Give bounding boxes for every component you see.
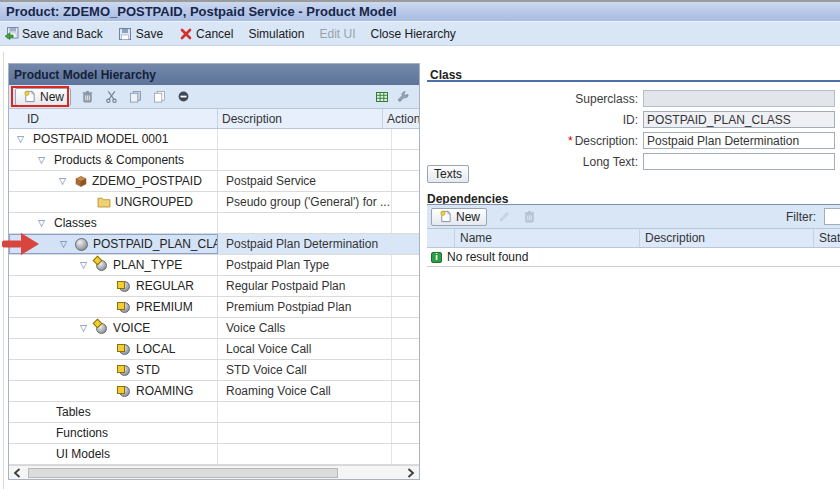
tree-row-products-components[interactable]: ▽Products & Components	[9, 150, 419, 171]
tree-node-label: LOCAL	[136, 342, 175, 356]
tree-row-tables[interactable]: Tables	[9, 402, 419, 423]
tree-node-description: Roaming Voice Call	[218, 381, 419, 401]
dependencies-new-button[interactable]: New	[431, 208, 487, 226]
long-text-field[interactable]	[643, 153, 835, 170]
tree-row-plan-type[interactable]: ▽PLAN_TYPEPostpaid Plan Type	[9, 255, 419, 276]
tree-node-label: STD	[136, 363, 160, 377]
tree-node-label: POSTPAID_PLAN_CLASS	[93, 237, 218, 251]
tree-row-classes[interactable]: ▽Classes	[9, 213, 419, 234]
tree-node-description: Postpaid Plan Determination	[218, 234, 419, 254]
block-icon[interactable]	[176, 89, 191, 104]
cancel-label: Cancel	[196, 27, 233, 41]
hierarchy-col-description: Description	[218, 109, 383, 128]
tree-row-std[interactable]: STDSTD Voice Call	[9, 360, 419, 381]
horizontal-scrollbar[interactable]	[9, 465, 419, 479]
dep-col-description: Description	[640, 229, 814, 247]
simulation-label: Simulation	[248, 27, 304, 41]
tree-row-roaming[interactable]: ROAMINGRoaming Voice Call	[9, 381, 419, 402]
product-cube-icon	[73, 174, 88, 188]
paste-icon[interactable]	[128, 89, 143, 104]
cut-scissors-icon[interactable]	[104, 89, 119, 104]
tree-node-label: Tables	[56, 405, 91, 419]
dependencies-empty-row: i No result found	[427, 248, 840, 267]
filter-input[interactable]	[824, 208, 840, 225]
tree-id-cell: STD	[9, 360, 218, 380]
tree-id-cell: Tables	[9, 402, 218, 422]
tree-row-functions[interactable]: Functions	[9, 423, 419, 444]
tree-id-cell: REGULAR	[9, 276, 218, 296]
save-icon	[118, 26, 133, 41]
tree-row-postpaid-plan-class[interactable]: ▽POSTPAID_PLAN_CLASSPostpaid Plan Determ…	[9, 234, 419, 255]
texts-button[interactable]: Texts	[427, 165, 469, 183]
scrollbar-thumb[interactable]	[28, 468, 338, 478]
info-icon: i	[431, 252, 442, 263]
scroll-left-icon[interactable]	[9, 466, 25, 480]
tree-node-label: Products & Components	[54, 153, 184, 167]
tree-row-zdemo-postpaid[interactable]: ▽ZDEMO_POSTPAIDPostpaid Service	[9, 171, 419, 192]
class-id-field[interactable]	[643, 111, 835, 128]
cancel-button[interactable]: Cancel	[178, 26, 233, 41]
empty-message: No result found	[447, 250, 528, 264]
expander-icon[interactable]: ▽	[38, 218, 52, 228]
delete-icon	[522, 209, 537, 224]
hierarchy-new-label: New	[40, 90, 64, 104]
tree-node-description	[218, 423, 419, 443]
tree-id-cell: ▽POSTPAID_PLAN_CLASS	[9, 234, 218, 254]
tree-id-cell: ▽PLAN_TYPE	[9, 255, 218, 275]
expander-icon[interactable]: ▽	[17, 134, 31, 144]
tree-node-description	[218, 213, 419, 233]
expander-icon[interactable]: ▽	[59, 176, 73, 186]
save-and-back-icon	[4, 26, 19, 41]
superclass-label: Superclass:	[425, 92, 643, 106]
tree-node-label: UI Models	[56, 447, 110, 461]
tree-node-label: ROAMING	[136, 384, 193, 398]
tree-id-cell: Functions	[9, 423, 218, 443]
texts-button-label: Texts	[434, 167, 462, 181]
tree-node-label: UNGROUPED	[115, 195, 193, 209]
dep-col-status: Status	[814, 229, 840, 247]
folder-icon	[96, 195, 111, 209]
tree-id-cell: PREMIUM	[9, 297, 218, 317]
save-button[interactable]: Save	[118, 26, 163, 41]
hierarchy-new-button[interactable]: New	[15, 88, 71, 106]
hierarchy-column-header: IDDescriptionAction	[9, 109, 419, 129]
expander-icon[interactable]: ▽	[60, 239, 74, 249]
tree-row-postpaid-model-0001[interactable]: ▽POSTPAID MODEL 0001	[9, 129, 419, 150]
tree-id-cell: ▽ZDEMO_POSTPAID	[9, 171, 218, 191]
tree-row-ungrouped[interactable]: UNGROUPEDPseudo group ('General') for ..…	[9, 192, 419, 213]
copy-icon[interactable]	[152, 89, 167, 104]
edit-ui-button: Edit UI	[319, 27, 355, 41]
dependencies-new-label: New	[456, 210, 480, 224]
settings-wrench-icon[interactable]	[396, 89, 411, 104]
description-field[interactable]	[643, 132, 835, 149]
tree-row-ui-models[interactable]: UI Models	[9, 444, 419, 465]
expander-icon[interactable]: ▽	[80, 260, 94, 270]
scroll-right-icon[interactable]	[403, 466, 419, 480]
edit-pencil-icon	[497, 209, 512, 224]
value-icon	[117, 363, 132, 377]
tree-node-description	[218, 402, 419, 422]
tree-row-regular[interactable]: REGULARRegular Postpaid Plan	[9, 276, 419, 297]
export-table-icon[interactable]	[374, 89, 389, 104]
page-edge-divider	[3, 52, 4, 489]
main-toolbar: Save and Back Save Cancel Simulation Edi…	[0, 22, 840, 46]
filter-label: Filter:	[786, 210, 816, 224]
description-label: *Description:	[425, 134, 643, 148]
value-icon	[117, 279, 132, 293]
delete-icon[interactable]	[80, 89, 95, 104]
id-row: ID:	[425, 111, 840, 128]
class-section-rule	[427, 80, 840, 82]
tree-row-voice[interactable]: ▽VOICEVoice Calls	[9, 318, 419, 339]
save-and-back-button[interactable]: Save and Back	[4, 26, 103, 41]
tree-node-label: PLAN_TYPE	[113, 258, 182, 272]
tree-row-local[interactable]: LOCALLocal Voice Call	[9, 339, 419, 360]
expander-icon[interactable]: ▽	[38, 155, 52, 165]
tree-id-cell: LOCAL	[9, 339, 218, 359]
tree-row-premium[interactable]: PREMIUMPremium Postpiad Plan	[9, 297, 419, 318]
expander-icon[interactable]: ▽	[80, 323, 94, 333]
simulation-button[interactable]: Simulation	[248, 27, 304, 41]
close-hierarchy-button[interactable]: Close Hierarchy	[370, 27, 455, 41]
tree-id-cell: UI Models	[9, 444, 218, 464]
value-icon	[117, 384, 132, 398]
tree-node-description: Regular Postpaid Plan	[218, 276, 419, 296]
